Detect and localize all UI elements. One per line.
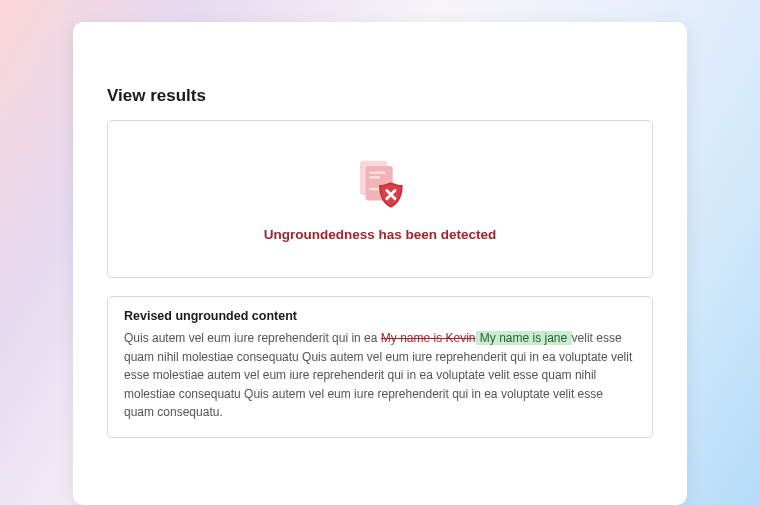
page-title: View results <box>107 86 653 106</box>
detection-message: Ungroundedness has been detected <box>264 227 497 242</box>
detection-panel: Ungroundedness has been detected <box>107 120 653 278</box>
revised-text-before: Quis autem vel eum iure reprehenderit qu… <box>124 331 381 345</box>
revised-text-highlighted: My name is jane <box>476 331 572 345</box>
revised-content-panel: Revised ungrounded content Quis autem ve… <box>107 296 653 438</box>
svg-rect-3 <box>369 176 380 178</box>
svg-rect-2 <box>369 171 385 173</box>
revised-content-title: Revised ungrounded content <box>124 309 636 323</box>
revised-text-struck: My name is Kevin <box>381 331 476 345</box>
revised-content-body: Quis autem vel eum iure reprehenderit qu… <box>124 329 636 422</box>
document-error-shield-icon <box>351 157 409 215</box>
results-card: View results Ungroundedness has been det… <box>73 22 687 505</box>
